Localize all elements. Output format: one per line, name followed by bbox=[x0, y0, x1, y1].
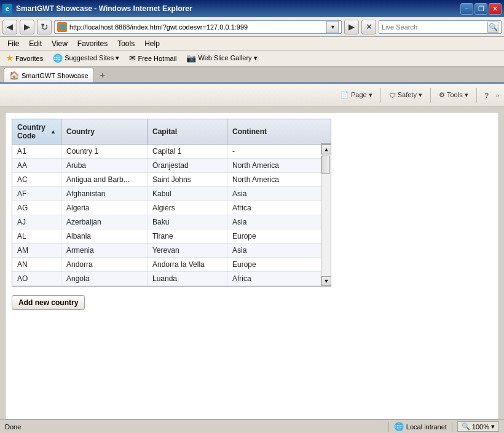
tools-toolbar-button[interactable]: ⚙ Tools ▾ bbox=[435, 88, 473, 102]
title-bar-left: e SmartGWT Showcase - Windows Internet E… bbox=[2, 4, 192, 14]
hotmail-label: Free Hotmail bbox=[138, 55, 176, 62]
toolbar-divider-3 bbox=[476, 88, 477, 103]
scrollbar-down-button[interactable]: ▼ bbox=[321, 276, 331, 286]
cell-capital: Kabul bbox=[148, 187, 227, 201]
zone-icon: 🌐 bbox=[394, 422, 404, 424]
menu-favorites[interactable]: Favorites bbox=[73, 38, 112, 49]
cell-capital: Oranjestad bbox=[148, 159, 227, 172]
cell-continent: Africa bbox=[227, 272, 321, 285]
cell-continent: Europe bbox=[227, 229, 321, 243]
grid-header-scrollbar-placeholder bbox=[321, 119, 331, 144]
cell-country: Antigua and Barb... bbox=[61, 173, 148, 186]
menu-file[interactable]: File bbox=[2, 38, 24, 49]
content-area: Country Code ▲ Country Capital Continent… bbox=[5, 112, 499, 419]
close-button[interactable]: ✕ bbox=[489, 3, 502, 15]
tab-label: SmartGWT Showcase bbox=[22, 72, 89, 79]
toolbar-divider-2 bbox=[430, 88, 431, 103]
favorites-button[interactable]: ★ Favorites bbox=[4, 52, 45, 64]
cell-capital: Yerevan bbox=[148, 244, 227, 257]
table-row[interactable]: AG Algeria Algiers Africa bbox=[12, 201, 321, 215]
cell-country: Albania bbox=[61, 229, 148, 243]
cell-capital: Capital 1 bbox=[148, 145, 227, 158]
column-header-country[interactable]: Country bbox=[61, 119, 148, 144]
zoom-control[interactable]: 🔍 100% ▾ bbox=[457, 421, 499, 424]
zoom-dropdown-icon: ▾ bbox=[491, 423, 495, 424]
cell-code: A1 bbox=[12, 145, 61, 158]
cell-continent: Asia bbox=[227, 244, 321, 257]
grid-rows-container: A1 Country 1 Capital 1 - AA Aruba Oranje… bbox=[12, 145, 321, 286]
grid-header: Country Code ▲ Country Capital Continent bbox=[12, 119, 331, 145]
table-row[interactable]: AF Afghanistan Kabul Asia bbox=[12, 187, 321, 201]
table-row[interactable]: AN Andorra Andorra la Vella Europe bbox=[12, 258, 321, 272]
restore-button[interactable]: ❐ bbox=[474, 3, 487, 15]
column-header-country-code[interactable]: Country Code ▲ bbox=[12, 119, 61, 144]
status-divider-1 bbox=[388, 422, 389, 425]
cell-country: Andorra bbox=[61, 258, 148, 271]
zone-label: Local intranet bbox=[406, 423, 447, 425]
search-box: 🔍 bbox=[379, 20, 502, 34]
cell-capital: Algiers bbox=[148, 201, 227, 215]
cell-capital: Tirane bbox=[148, 229, 227, 243]
cell-capital: Andorra la Vella bbox=[148, 258, 227, 271]
table-row[interactable]: AJ Azerbaijan Baku Asia bbox=[12, 215, 321, 229]
cell-country: Algeria bbox=[61, 201, 148, 215]
safety-toolbar-button[interactable]: 🛡 Safety ▾ bbox=[385, 88, 427, 102]
add-new-country-button[interactable]: Add new country bbox=[12, 295, 85, 310]
active-tab[interactable]: 🏠 SmartGWT Showcase bbox=[4, 68, 94, 82]
search-input[interactable] bbox=[382, 23, 487, 31]
menu-tools[interactable]: Tools bbox=[112, 38, 140, 49]
cell-country: Country 1 bbox=[61, 145, 148, 158]
column-header-continent[interactable]: Continent bbox=[227, 119, 321, 144]
col-country-label: Country bbox=[66, 127, 95, 136]
table-row[interactable]: AO Angola Luanda Africa bbox=[12, 272, 321, 286]
column-header-capital[interactable]: Capital bbox=[148, 119, 227, 144]
new-tab-button[interactable]: + bbox=[95, 68, 110, 82]
free-hotmail-button[interactable]: ✉ Free Hotmail bbox=[127, 52, 179, 64]
refresh-button[interactable]: ↻ bbox=[37, 20, 52, 34]
add-btn-label: Add new country bbox=[18, 298, 78, 307]
stop-button[interactable]: ✕ bbox=[361, 20, 376, 34]
cell-country: Aruba bbox=[61, 159, 148, 172]
ie-suggested-icon: 🌐 bbox=[53, 54, 63, 63]
cell-code: AJ bbox=[12, 215, 61, 229]
search-button[interactable]: 🔍 bbox=[487, 22, 498, 33]
cell-continent: - bbox=[227, 145, 321, 158]
cell-continent: Europe bbox=[227, 258, 321, 271]
go-to-page-button[interactable]: ▶ bbox=[344, 20, 359, 34]
help-icon: ? bbox=[485, 92, 489, 99]
table-row[interactable]: AM Armenia Yerevan Asia bbox=[12, 244, 321, 258]
back-button[interactable]: ◀ bbox=[2, 20, 17, 34]
col-code-label: Country Code bbox=[17, 123, 48, 140]
favorites-label: Favorites bbox=[15, 55, 43, 62]
cell-code: AO bbox=[12, 272, 61, 285]
cell-continent: Asia bbox=[227, 187, 321, 201]
status-divider-2 bbox=[452, 422, 452, 425]
suggested-sites-button[interactable]: 🌐 Suggested Sites ▾ bbox=[50, 52, 122, 64]
cell-capital: Luanda bbox=[148, 272, 227, 285]
table-row[interactable]: A1 Country 1 Capital 1 - bbox=[12, 145, 321, 159]
table-row[interactable]: AA Aruba Oranjestad North America bbox=[12, 159, 321, 173]
web-slice-gallery-button[interactable]: 📷 Web Slice Gallery ▾ bbox=[184, 52, 259, 64]
grid-scrollbar[interactable]: ▲ ▼ bbox=[321, 145, 331, 286]
menu-edit[interactable]: Edit bbox=[24, 38, 47, 49]
col-continent-label: Continent bbox=[232, 127, 267, 136]
suggested-sites-label: Suggested Sites ▾ bbox=[65, 54, 119, 62]
menu-view[interactable]: View bbox=[47, 38, 73, 49]
page-toolbar-button[interactable]: 📄 Page ▾ bbox=[336, 88, 377, 102]
cell-country: Armenia bbox=[61, 244, 148, 257]
toolbar-divider-1 bbox=[380, 88, 381, 103]
cell-code: AL bbox=[12, 229, 61, 243]
scrollbar-thumb[interactable] bbox=[321, 156, 330, 174]
address-dropdown[interactable]: ▾ bbox=[326, 21, 339, 33]
forward-button[interactable]: ▶ bbox=[20, 20, 34, 34]
security-zone: 🌐 Local intranet bbox=[394, 422, 447, 424]
table-row[interactable]: AL Albania Tirane Europe bbox=[12, 229, 321, 244]
help-toolbar-button[interactable]: ? bbox=[481, 89, 493, 102]
ie-logo-icon: e bbox=[2, 4, 12, 14]
status-bar: Done 🌐 Local intranet 🔍 100% ▾ bbox=[0, 419, 504, 424]
cell-capital: Saint Johns bbox=[148, 173, 227, 186]
scrollbar-up-button[interactable]: ▲ bbox=[321, 145, 331, 154]
minimize-button[interactable]: − bbox=[460, 3, 473, 15]
menu-help[interactable]: Help bbox=[140, 38, 165, 49]
table-row[interactable]: AC Antigua and Barb... Saint Johns North… bbox=[12, 173, 321, 187]
